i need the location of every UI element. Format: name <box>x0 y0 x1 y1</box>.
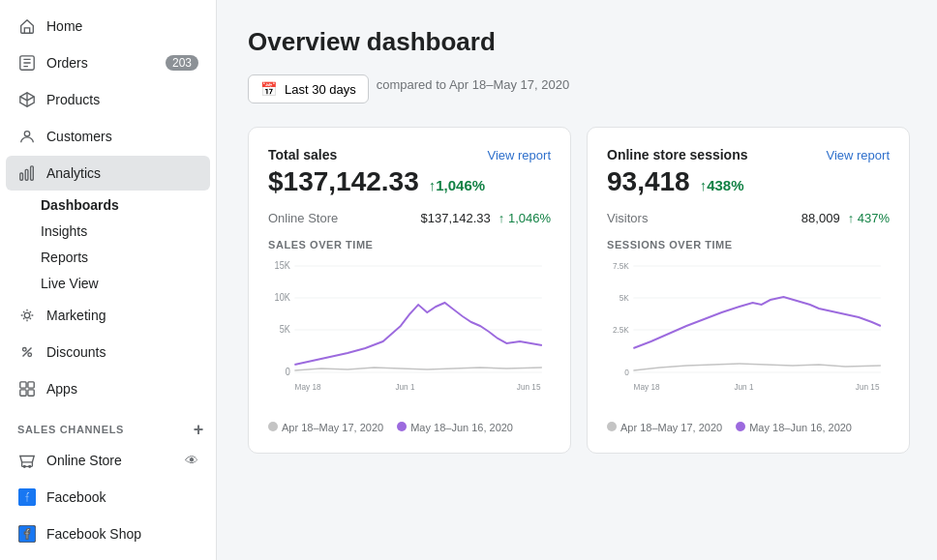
card2-chart-area: 7.5K 5K 2.5K 0 May 18 Jun 1 Jun 15 Apr 1… <box>607 256 890 433</box>
sidebar-item-instagram[interactable]: Instagram <box>6 553 210 560</box>
sidebar-item-customers-label: Customers <box>46 129 198 144</box>
svg-rect-8 <box>20 382 26 388</box>
svg-rect-9 <box>28 382 34 388</box>
sidebar-item-apps[interactable]: Apps <box>6 371 210 406</box>
sidebar-item-orders-label: Orders <box>46 55 156 71</box>
sidebar-item-apps-label: Apps <box>46 381 198 397</box>
sidebar-item-online-store[interactable]: Online Store 👁 <box>6 443 210 478</box>
card2-header: Online store sessions View report <box>607 147 890 162</box>
svg-text:Jun 15: Jun 15 <box>517 382 541 392</box>
total-sales-card: Total sales View report $137,142.33 ↑1,0… <box>248 127 571 454</box>
page-title: Overview dashboard <box>248 27 910 57</box>
card1-detail: Online Store $137,142.33 ↑ 1,046% <box>268 211 551 225</box>
subnav-reports[interactable]: Reports <box>41 245 210 270</box>
sidebar-item-customers[interactable]: Customers <box>6 119 210 154</box>
card1-detail-label: Online Store <box>268 211 413 225</box>
card1-legend: Apr 18–May 17, 2020 May 18–Jun 16, 2020 <box>268 422 551 433</box>
svg-rect-2 <box>20 173 23 180</box>
card2-value-row: 93,418 ↑438% <box>607 166 890 199</box>
svg-rect-4 <box>31 166 34 180</box>
facebook-shop-icon <box>17 524 37 544</box>
sidebar-item-discounts[interactable]: Discounts <box>6 335 210 369</box>
svg-text:Jun 1: Jun 1 <box>734 382 753 392</box>
sidebar-item-products[interactable]: Products <box>6 82 210 117</box>
svg-text:May 18: May 18 <box>634 382 660 392</box>
card1-title: Total sales <box>268 147 337 162</box>
card2-detail-change: ↑ 437% <box>848 211 890 225</box>
main-content: Overview dashboard 📅 Last 30 days compar… <box>217 0 937 560</box>
subnav-liveview[interactable]: Live View <box>41 271 210 296</box>
customers-icon <box>17 127 37 146</box>
card1-view-report-link[interactable]: View report <box>487 148 551 162</box>
card1-legend-curr: May 18–Jun 16, 2020 <box>397 422 513 433</box>
sidebar-item-analytics-label: Analytics <box>46 165 198 181</box>
compare-text: compared to Apr 18–May 17, 2020 <box>377 77 569 92</box>
sidebar-item-orders[interactable]: Orders 203 <box>6 45 210 80</box>
svg-text:0: 0 <box>286 367 290 377</box>
card1-detail-value: $137,142.33 <box>421 211 491 225</box>
discounts-icon <box>17 342 37 362</box>
sessions-card: Online store sessions View report 93,418… <box>587 127 910 454</box>
sidebar-item-discounts-label: Discounts <box>46 344 198 360</box>
svg-text:10K: 10K <box>275 292 291 303</box>
svg-text:Jun 15: Jun 15 <box>856 382 880 392</box>
sales-channels-header: SALES CHANNELS + <box>0 407 216 442</box>
products-icon <box>17 90 37 109</box>
card2-value: 93,418 <box>607 166 690 197</box>
svg-text:7.5K: 7.5K <box>613 261 629 271</box>
svg-text:2.5K: 2.5K <box>613 325 629 335</box>
card2-title: Online store sessions <box>607 147 748 162</box>
svg-rect-3 <box>25 169 28 180</box>
svg-rect-10 <box>20 390 26 396</box>
subnav-insights[interactable]: Insights <box>41 219 210 244</box>
card2-detail-label: Visitors <box>607 211 794 225</box>
add-sales-channel-button[interactable]: + <box>194 421 204 438</box>
card2-legend-prev: Apr 18–May 17, 2020 <box>607 422 722 433</box>
svg-text:5K: 5K <box>280 324 291 335</box>
svg-text:5K: 5K <box>620 293 629 303</box>
sidebar-item-home-label: Home <box>46 18 198 34</box>
sidebar-item-marketing[interactable]: Marketing <box>6 298 210 333</box>
card2-legend-curr: May 18–Jun 16, 2020 <box>736 422 852 433</box>
home-icon <box>17 16 37 36</box>
svg-point-5 <box>24 312 29 317</box>
orders-badge: 203 <box>166 55 198 71</box>
card2-legend: Apr 18–May 17, 2020 May 18–Jun 16, 2020 <box>607 422 890 433</box>
card1-detail-change: ↑ 1,046% <box>499 211 551 225</box>
sidebar-item-analytics[interactable]: Analytics <box>6 156 210 191</box>
store-icon <box>17 451 37 470</box>
sidebar: Home Orders 203 Products Customers Analy… <box>0 0 217 560</box>
svg-text:Jun 1: Jun 1 <box>395 382 414 392</box>
date-filter-label: Last 30 days <box>285 82 356 97</box>
calendar-icon: 📅 <box>260 81 277 97</box>
card1-header: Total sales View report <box>268 147 551 162</box>
card2-chart-label: SESSIONS OVER TIME <box>607 239 890 251</box>
svg-rect-11 <box>28 390 34 396</box>
card2-detail-value: 88,009 <box>801 211 840 225</box>
sidebar-item-marketing-label: Marketing <box>46 308 198 323</box>
card2-change: ↑438% <box>700 177 744 193</box>
svg-point-7 <box>28 353 32 357</box>
facebook-icon <box>17 487 37 507</box>
online-store-eye-icon: 👁 <box>185 453 198 468</box>
analytics-subnav: Dashboards Insights Reports Live View <box>0 192 216 297</box>
sidebar-item-facebook-shop[interactable]: Facebook Shop <box>6 516 210 551</box>
sidebar-item-home[interactable]: Home <box>6 9 210 44</box>
date-filter-button[interactable]: 📅 Last 30 days <box>248 74 369 103</box>
svg-text:May 18: May 18 <box>295 382 321 392</box>
analytics-icon <box>17 163 37 183</box>
card1-value-row: $137,142.33 ↑1,046% <box>268 166 551 199</box>
subnav-dashboards[interactable]: Dashboards <box>41 192 210 218</box>
sidebar-item-products-label: Products <box>46 92 198 107</box>
card2-view-report-link[interactable]: View report <box>826 148 890 162</box>
card1-chart-label: SALES OVER TIME <box>268 239 551 251</box>
card2-chart: 7.5K 5K 2.5K 0 May 18 Jun 1 Jun 15 <box>607 256 890 411</box>
svg-text:0: 0 <box>624 368 629 377</box>
svg-text:15K: 15K <box>275 260 291 271</box>
sidebar-item-facebook[interactable]: Facebook <box>6 480 210 515</box>
card1-value: $137,142.33 <box>268 166 419 197</box>
filter-row: 📅 Last 30 days compared to Apr 18–May 17… <box>248 74 910 109</box>
card1-chart-area: 15K 10K 5K 0 May 18 Jun 1 Jun 15 Apr 18–… <box>268 256 551 433</box>
marketing-icon <box>17 306 37 325</box>
card1-chart: 15K 10K 5K 0 May 18 Jun 1 Jun 15 <box>268 256 551 411</box>
